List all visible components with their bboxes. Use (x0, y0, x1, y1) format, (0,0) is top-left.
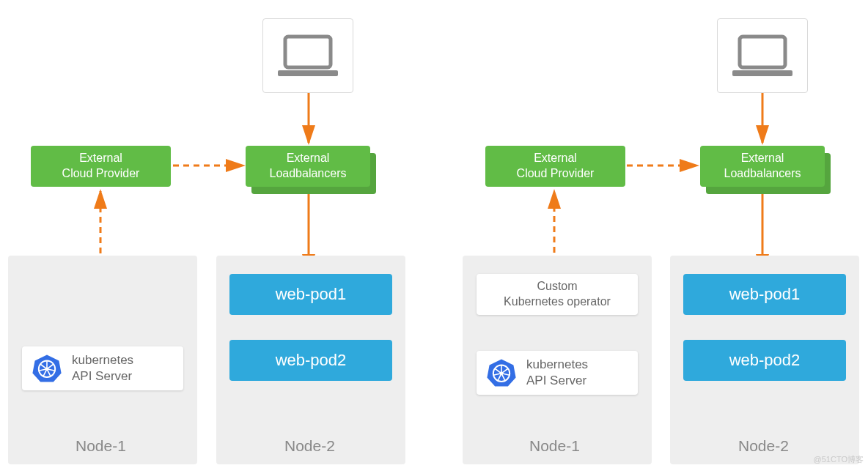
svg-point-32 (500, 371, 504, 375)
client-laptop-box-r (717, 18, 808, 93)
custom-operator-box: CustomKubernetes operator (477, 274, 638, 315)
node-1-label-r: Node-1 (529, 437, 580, 455)
web-pod1-label-r: web-pod1 (729, 284, 801, 305)
web-pod1-label: web-pod1 (276, 284, 347, 305)
client-laptop-box (262, 18, 353, 93)
external-lb-label: ExternalLoadbalancers (270, 151, 347, 182)
external-cloud-provider-label-r: ExternalCloud Provider (517, 151, 595, 182)
kubernetes-icon (487, 358, 516, 387)
external-lb-box: ExternalLoadbalancers (246, 146, 370, 187)
custom-operator-label: CustomKubernetes operator (504, 279, 611, 310)
svg-rect-10 (278, 70, 338, 76)
node-1-label: Node-1 (76, 437, 126, 455)
external-cloud-provider-box: ExternalCloud Provider (31, 146, 171, 187)
web-pod2-label: web-pod2 (276, 350, 347, 371)
web-pod1-box-r: web-pod1 (683, 274, 846, 315)
laptop-icon (276, 34, 339, 78)
laptop-icon (731, 34, 794, 78)
external-lb-label-r: ExternalLoadbalancers (724, 151, 801, 182)
web-pod2-box-r: web-pod2 (683, 340, 846, 381)
web-pod1-box: web-pod1 (229, 274, 392, 315)
svg-rect-21 (740, 37, 785, 67)
kubernetes-api-server-box-r: kubernetesAPI Server (477, 351, 638, 395)
api-server-label-r: kubernetesAPI Server (526, 357, 588, 389)
node-2-label-r: Node-2 (738, 437, 789, 455)
api-server-label: kubernetesAPI Server (72, 352, 133, 385)
web-pod2-box: web-pod2 (229, 340, 392, 381)
svg-point-20 (45, 367, 49, 371)
external-cloud-provider-box-r: ExternalCloud Provider (485, 146, 625, 187)
watermark: @51CTO博客 (814, 454, 864, 465)
web-pod2-label-r: web-pod2 (729, 350, 801, 371)
svg-rect-22 (732, 70, 792, 76)
node-2-label: Node-2 (284, 437, 335, 455)
kubernetes-api-server-box: kubernetesAPI Server (22, 346, 183, 390)
kubernetes-icon (32, 354, 62, 383)
external-cloud-provider-label: ExternalCloud Provider (62, 151, 140, 182)
external-lb-box-r: ExternalLoadbalancers (700, 146, 825, 187)
svg-rect-9 (285, 37, 331, 67)
